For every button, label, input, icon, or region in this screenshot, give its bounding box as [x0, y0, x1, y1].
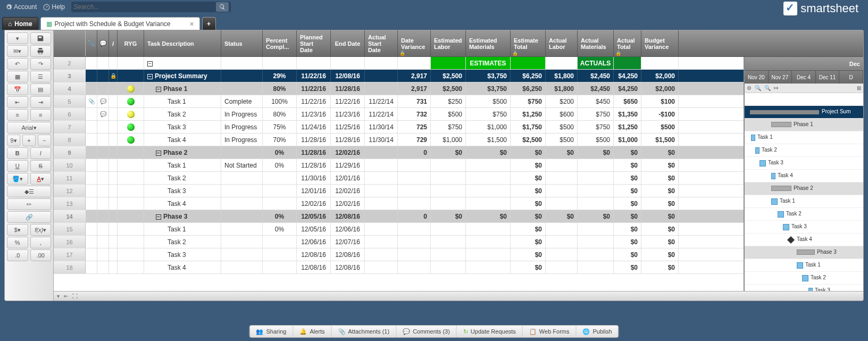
cell-emat[interactable]: $1,500 — [466, 134, 511, 146]
cell-atot[interactable]: $0 — [614, 197, 641, 210]
cell-lock[interactable]: 🔒 — [109, 70, 118, 82]
cell-alab[interactable] — [546, 172, 578, 184]
cell-ryg[interactable] — [118, 236, 144, 248]
italic-button[interactable]: I — [30, 147, 52, 159]
calendar-button[interactable]: 📅 — [7, 84, 28, 95]
cell-dvar[interactable]: 0 — [398, 146, 431, 159]
cell-atot[interactable]: $0 — [614, 159, 641, 171]
cell-atot[interactable]: $1,000 — [614, 134, 641, 146]
cell-emat[interactable]: $500 — [466, 95, 511, 107]
card-view-button[interactable]: ▤ — [30, 84, 52, 95]
cell-ryg[interactable] — [118, 223, 144, 235]
cell-amat[interactable] — [578, 172, 614, 184]
cell-status[interactable]: In Progress — [221, 108, 263, 120]
collapse-icon[interactable]: − — [156, 151, 161, 156]
col-comment[interactable]: 💬 — [97, 30, 109, 56]
cell-lock[interactable] — [109, 261, 118, 273]
cell-end[interactable]: 11/23/16 — [331, 108, 365, 120]
gantt-week[interactable]: Nov 27 — [769, 71, 792, 84]
cell-pct[interactable]: 0% — [263, 223, 297, 235]
cell-bvar[interactable]: $0 — [641, 210, 679, 222]
cell-lock[interactable] — [109, 172, 118, 184]
col-status[interactable]: Status — [221, 30, 263, 56]
gantt-bar[interactable] — [802, 275, 808, 281]
cell-pct[interactable]: 29% — [263, 70, 297, 82]
cell-pstart[interactable]: 11/28/16 — [297, 159, 331, 171]
gantt-row[interactable]: Task 1 — [745, 131, 863, 144]
comments-button[interactable]: 💬Comments (3) — [396, 326, 457, 337]
cell-end[interactable]: 12/07/16 — [331, 236, 365, 248]
cell-astart[interactable] — [365, 261, 398, 273]
cell-comment[interactable] — [97, 121, 109, 133]
cell-lock[interactable] — [109, 134, 118, 146]
cell-atot[interactable]: $0 — [614, 210, 641, 222]
cell-status[interactable]: Complete — [221, 95, 263, 107]
cell-astart[interactable] — [365, 236, 398, 248]
cell-attach[interactable] — [86, 57, 97, 69]
grid-row[interactable]: 13Task 412/02/1612/02/16$0$0$0 — [54, 197, 744, 210]
cell-ryg[interactable] — [118, 95, 144, 107]
align-right-button[interactable]: ≡ — [30, 109, 52, 121]
redo-button[interactable]: ↷ — [30, 58, 52, 70]
help-link[interactable]: ?Help — [43, 3, 65, 11]
cell-comment[interactable] — [97, 146, 109, 159]
cell-desc[interactable]: −Project Summary — [144, 70, 221, 82]
percent-button[interactable]: % — [7, 237, 28, 248]
attachments-button[interactable]: 📎Attachments (1) — [332, 326, 397, 337]
collapse-icon[interactable]: − — [147, 74, 153, 79]
cell-end[interactable]: 11/29/16 — [331, 159, 365, 171]
gantt-week[interactable]: Nov 20 — [745, 71, 769, 84]
cell-ryg[interactable] — [118, 108, 144, 120]
col-end[interactable]: End Date — [331, 30, 365, 56]
cell-dvar[interactable]: 731 — [398, 95, 431, 107]
cell-astart[interactable] — [365, 146, 398, 159]
cell-etot[interactable]: $0 — [511, 197, 546, 210]
cell-status[interactable] — [221, 261, 263, 273]
cell-bvar[interactable]: $0 — [641, 248, 679, 261]
cell-atot[interactable]: $1,350 — [614, 108, 641, 120]
cell-elab[interactable] — [431, 185, 466, 197]
bold-button[interactable]: B — [7, 147, 28, 159]
col-ryg[interactable]: RYG — [118, 30, 144, 56]
grid-row[interactable]: 15Task 10%12/05/1612/06/16$0$0$0 — [54, 223, 744, 236]
cell-lock[interactable] — [109, 108, 118, 120]
cell-comment[interactable]: 💬 — [97, 108, 109, 120]
cell-comment[interactable] — [97, 82, 109, 95]
cell-pstart[interactable] — [297, 57, 331, 69]
col-alab[interactable]: Actual Labor — [546, 30, 578, 56]
cell-astart[interactable] — [365, 159, 398, 171]
cell-status[interactable] — [221, 236, 263, 248]
cell-dvar[interactable] — [398, 236, 431, 248]
cell-alab[interactable]: $200 — [546, 95, 578, 107]
cell-alab[interactable] — [546, 185, 578, 197]
col-info[interactable]: i — [109, 30, 118, 56]
cell-etot[interactable]: $750 — [511, 95, 546, 107]
cell-rownum[interactable]: 6 — [54, 108, 86, 120]
cell-desc[interactable]: Task 4 — [144, 134, 221, 146]
cell-end[interactable]: 12/08/16 — [331, 70, 365, 82]
cell-ryg[interactable] — [118, 70, 144, 82]
cell-etot[interactable]: $0 — [511, 159, 546, 171]
cell-rownum[interactable]: 3 — [54, 70, 86, 82]
gantt-bar[interactable] — [751, 135, 755, 141]
cell-end[interactable]: 12/02/16 — [331, 146, 365, 159]
cell-attach[interactable] — [86, 134, 97, 146]
cell-lock[interactable] — [109, 236, 118, 248]
cell-pstart[interactable]: 12/05/16 — [297, 223, 331, 235]
cell-astart[interactable] — [365, 70, 398, 82]
cell-atot[interactable]: $4,250 — [614, 82, 641, 95]
cell-dvar[interactable]: 2,917 — [398, 82, 431, 95]
collapse-icon[interactable]: − — [156, 214, 161, 220]
cell-bvar[interactable]: $0 — [641, 197, 679, 210]
grid-row[interactable]: 12Task 312/01/1612/02/16$0$0$0 — [54, 185, 744, 197]
gantt-row[interactable]: Task 3 — [745, 221, 863, 234]
cell-status[interactable] — [221, 248, 263, 261]
expand-icon[interactable]: ⛶ — [72, 293, 78, 299]
cell-rownum[interactable]: 4 — [54, 82, 86, 95]
cell-etot[interactable]: $0 — [511, 248, 546, 261]
cell-bvar[interactable]: -$100 — [641, 108, 679, 120]
cell-ryg[interactable] — [118, 134, 144, 146]
cell-amat[interactable] — [578, 197, 614, 210]
cell-astart[interactable]: 11/30/14 — [365, 121, 398, 133]
cell-etot[interactable]: $2,500 — [511, 134, 546, 146]
